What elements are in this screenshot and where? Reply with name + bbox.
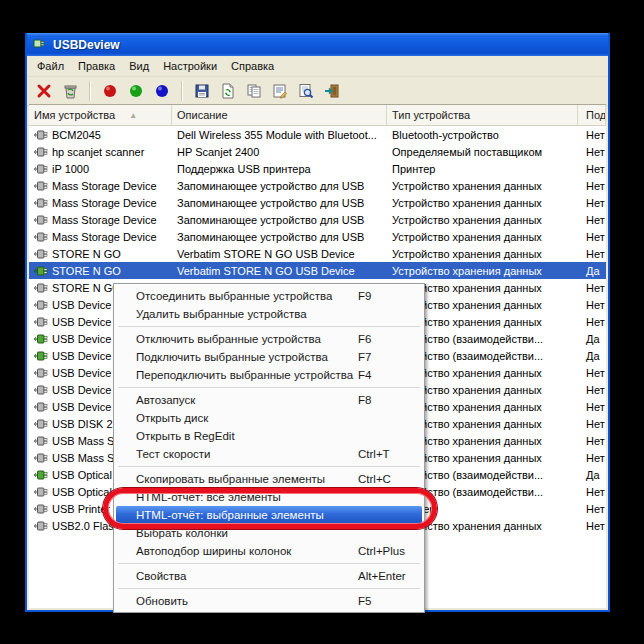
table-row[interactable]: Mass Storage DeviceЗапоминающее устройст…: [29, 177, 606, 194]
connected-cell: Нет: [578, 214, 606, 226]
toolbar-separator: [89, 81, 91, 101]
context-menu-item[interactable]: Отсоединить выбранные устройстваF9: [116, 287, 422, 305]
green-ball-icon[interactable]: [125, 80, 147, 102]
connected-cell: Нет: [578, 282, 606, 294]
menu-item-label: Автозапуск: [116, 394, 195, 406]
toolbar-separator: [181, 81, 183, 101]
menu-item-2[interactable]: Вид: [122, 57, 156, 75]
context-menu-item[interactable]: Удалить выбранные устройства: [116, 305, 422, 323]
exit-icon[interactable]: [321, 80, 343, 102]
toolbar: [27, 77, 608, 106]
window-title: USBDeview: [53, 38, 120, 52]
menu-item-shortcut: Ctrl+Plus: [358, 545, 405, 557]
sort-ascending-icon: ▲: [129, 111, 137, 120]
find-icon[interactable]: [295, 80, 317, 102]
description-cell: Запоминающее устройство для USB: [172, 214, 387, 226]
menu-item-label: Тест скорости: [116, 448, 211, 460]
table-row[interactable]: Mass Storage DeviceЗапоминающее устройст…: [29, 211, 606, 228]
table-row[interactable]: iP 1000Поддержка USB принтераПринтерНет: [29, 160, 606, 177]
properties-icon[interactable]: [269, 80, 291, 102]
description-cell: HP Scanjet 2400: [172, 146, 387, 158]
menu-item-1[interactable]: Правка: [71, 57, 122, 75]
menu-item-4[interactable]: Справка: [224, 57, 281, 75]
menu-item-shortcut: F5: [358, 595, 371, 607]
description-cell: Запоминающее устройство для USB: [172, 231, 387, 243]
column-header-description[interactable]: Описание: [172, 105, 387, 125]
device-name-cell: STORE N GO: [29, 248, 172, 260]
menu-item-label: Выбрать колонки: [116, 527, 228, 539]
table-row[interactable]: STORE N GOVerbatim STORE N GO USB Device…: [29, 262, 606, 279]
device-name-cell: hp scanjet scanner: [29, 146, 172, 158]
red-ball-icon[interactable]: [99, 80, 121, 102]
context-menu-item[interactable]: HTML-отчёт: выбранные элементы: [116, 506, 422, 524]
connected-cell: Да: [578, 265, 606, 277]
connected-cell: Нет: [578, 401, 606, 413]
menu-item-label: Подключить выбранные устройства: [116, 351, 328, 363]
menu-item-label: Автоподбор ширины колонок: [116, 545, 291, 557]
table-row[interactable]: BCM2045Dell Wireless 355 Module with Blu…: [29, 126, 606, 143]
html-report-icon[interactable]: [217, 80, 239, 102]
connected-cell: Да: [578, 333, 606, 345]
blue-ball-icon[interactable]: [151, 80, 173, 102]
menu-item-shortcut: Ctrl+C: [358, 473, 391, 485]
connected-cell: Да: [578, 469, 606, 481]
menu-item-label: Обновить: [116, 595, 188, 607]
context-menu-item[interactable]: Подключить выбранные устройстваF7: [116, 348, 422, 366]
copy-icon[interactable]: [243, 80, 265, 102]
menu-item-label: Свойства: [116, 570, 187, 582]
table-row[interactable]: Mass Storage DeviceЗапоминающее устройст…: [29, 228, 606, 245]
uninstall-icon[interactable]: [59, 80, 81, 102]
table-row[interactable]: Mass Storage DeviceЗапоминающее устройст…: [29, 194, 606, 211]
menu-item-label: HTML-отчёт: все элементы: [116, 491, 281, 503]
context-menu-item[interactable]: Тест скоростиCtrl+T: [116, 445, 422, 463]
context-menu-item[interactable]: HTML-отчёт: все элементы: [116, 488, 422, 506]
menu-bar: ФайлПравкаВидНастройкиСправка: [27, 56, 608, 77]
menu-separator: [118, 466, 420, 467]
column-header-name[interactable]: Имя устройства ▲: [29, 105, 172, 125]
save-icon[interactable]: [191, 80, 213, 102]
table-row[interactable]: STORE N GOVerbatim STORE N GO USB Device…: [29, 245, 606, 262]
context-menu-item[interactable]: СвойстваAlt+Enter: [116, 567, 422, 585]
context-menu-item[interactable]: ОбновитьF5: [116, 592, 422, 610]
device-name-cell: Mass Storage Device: [29, 197, 172, 209]
column-header-type[interactable]: Тип устройства: [387, 105, 578, 125]
connected-cell: Нет: [578, 384, 606, 396]
device-name-cell: STORE N GO: [29, 265, 172, 277]
title-bar[interactable]: USBDeview: [27, 33, 608, 56]
menu-item-label: Открыть в RegEdit: [116, 430, 235, 442]
menu-item-shortcut: F7: [358, 351, 371, 363]
device-name-cell: Mass Storage Device: [29, 214, 172, 226]
description-cell: Запоминающее устройство для USB: [172, 197, 387, 209]
device-type-cell: Устройство хранения данных: [387, 197, 578, 209]
context-menu-item[interactable]: Переподключить выбранные устройстваF4: [116, 366, 422, 384]
description-cell: Поддержка USB принтера: [172, 163, 387, 175]
menu-item-shortcut: F4: [358, 369, 371, 381]
menu-item-label: Отключить выбранные устройства: [116, 333, 321, 345]
menu-item-label: Открыть диск: [116, 412, 208, 424]
connected-cell: Нет: [578, 231, 606, 243]
connected-cell: Нет: [578, 129, 606, 141]
disconnect-icon[interactable]: [33, 80, 55, 102]
column-header-connected[interactable]: Подкл: [578, 105, 606, 125]
connected-cell: Нет: [578, 197, 606, 209]
menu-item-shortcut: F6: [358, 333, 371, 345]
context-menu-item[interactable]: АвтозапускF8: [116, 391, 422, 409]
context-menu-item[interactable]: Отключить выбранные устройстваF6: [116, 330, 422, 348]
menu-item-3[interactable]: Настройки: [156, 57, 224, 75]
connected-cell: Нет: [578, 435, 606, 447]
context-menu-item[interactable]: Выбрать колонки: [116, 524, 422, 542]
connected-cell: Нет: [578, 146, 606, 158]
device-name-cell: iP 1000: [29, 163, 172, 175]
menu-separator: [118, 326, 420, 327]
context-menu-item[interactable]: Скопировать выбранные элементыCtrl+C: [116, 470, 422, 488]
device-type-cell: Устройство хранения данных: [387, 214, 578, 226]
menu-separator: [118, 387, 420, 388]
device-type-cell: Определяемый поставщиком: [387, 146, 578, 158]
description-cell: Запоминающее устройство для USB: [172, 180, 387, 192]
table-row[interactable]: hp scanjet scannerHP Scanjet 2400Определ…: [29, 143, 606, 160]
menu-item-0[interactable]: Файл: [30, 57, 71, 75]
connected-cell: Нет: [578, 520, 606, 532]
context-menu-item[interactable]: Открыть диск: [116, 409, 422, 427]
context-menu-item[interactable]: Открыть в RegEdit: [116, 427, 422, 445]
context-menu-item[interactable]: Автоподбор ширины колонокCtrl+Plus: [116, 542, 422, 560]
